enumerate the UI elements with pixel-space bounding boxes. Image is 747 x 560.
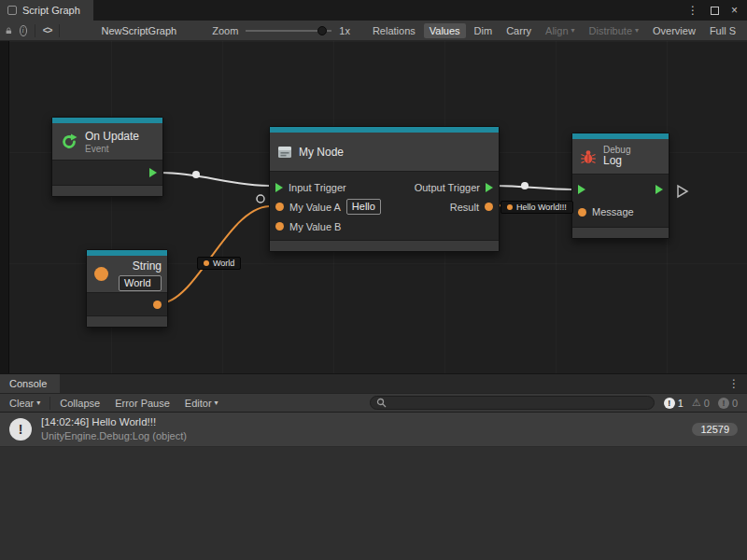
- carry-button[interactable]: Carry: [500, 23, 537, 38]
- window-tab-bar: Script Graph ⋮ ×: [0, 0, 747, 21]
- distribute-button[interactable]: Distribute ▾: [584, 23, 644, 38]
- port-label: Output Trigger: [415, 182, 480, 193]
- search-icon: [376, 398, 387, 408]
- my-value-a-port[interactable]: [275, 203, 284, 211]
- chevron-down-icon: ▾: [571, 26, 575, 35]
- node-subtitle: Event: [85, 144, 139, 154]
- clear-button[interactable]: Clear ▾: [4, 397, 46, 410]
- port-label: Input Trigger: [289, 182, 346, 193]
- collapse-count-badge: 12579: [692, 423, 738, 436]
- console-kebab-menu-icon[interactable]: ⋮: [721, 374, 747, 393]
- chevron-down-icon: ▾: [215, 399, 218, 407]
- tab-label: Script Graph: [22, 5, 80, 16]
- node-title: String: [133, 259, 162, 273]
- string-literal-icon: [94, 267, 108, 281]
- unconnected-port-circle[interactable]: [257, 195, 264, 203]
- play-indicator-icon: [678, 186, 687, 197]
- node-debug-log[interactable]: Debug Log Message: [571, 133, 669, 239]
- console-toolbar: Clear ▾ Collapse Error Pause Editor ▾ ! …: [0, 393, 747, 413]
- chevron-down-icon: ▾: [36, 399, 40, 407]
- graph-name-label: NewScriptGraph: [101, 25, 176, 36]
- zoom-slider[interactable]: [246, 25, 331, 36]
- editor-dropdown[interactable]: Editor ▾: [179, 397, 224, 410]
- maximize-icon[interactable]: [711, 7, 719, 15]
- string-value-field[interactable]: World: [119, 275, 162, 291]
- message-port[interactable]: [578, 208, 586, 217]
- error-icon: !: [718, 398, 729, 409]
- my-value-b-port[interactable]: [275, 222, 284, 231]
- value-dot-icon: [204, 260, 209, 266]
- edit-code-icon[interactable]: <>: [43, 25, 52, 35]
- node-box-icon: [277, 146, 292, 159]
- lock-icon[interactable]: [6, 25, 12, 36]
- zoom-label: Zoom: [212, 25, 238, 36]
- node-footer: [572, 227, 669, 238]
- toolbar-separator: [49, 397, 50, 410]
- node-footer: [270, 240, 499, 251]
- value-dot-icon: [507, 204, 513, 210]
- node-title: My Node: [299, 146, 344, 159]
- my-value-a-field[interactable]: Hello: [346, 199, 381, 215]
- bug-icon: [580, 148, 597, 165]
- log-message: [14:02:46] Hello World!!!: [41, 415, 187, 430]
- script-graph-icon: [7, 6, 17, 15]
- graph-canvas[interactable]: On Update Event: [0, 41, 747, 373]
- tab-console[interactable]: Console: [0, 374, 60, 393]
- node-string[interactable]: String World: [86, 249, 168, 328]
- error-count-toggle[interactable]: ! 0: [718, 398, 738, 409]
- wire-onupdate-to-input-trigger[interactable]: [162, 173, 269, 186]
- port-label: Result: [450, 202, 479, 213]
- error-pause-button[interactable]: Error Pause: [109, 397, 176, 410]
- result-port[interactable]: [485, 203, 493, 211]
- port-label: My Value B: [289, 221, 341, 232]
- debug-input-trigger-port[interactable]: [578, 185, 585, 194]
- port-label: Message: [592, 206, 634, 217]
- info-count-toggle[interactable]: ! 1: [664, 398, 684, 409]
- wire-string-to-my-value-a[interactable]: [160, 206, 269, 303]
- trigger-output-port[interactable]: [149, 168, 157, 177]
- input-trigger-port[interactable]: [275, 183, 283, 192]
- toolbar-separator: [35, 24, 35, 37]
- info-icon[interactable]: i: [20, 25, 27, 36]
- kebab-menu-icon[interactable]: ⋮: [687, 4, 698, 17]
- console-log-list[interactable]: ! [14:02:46] Hello World!!! UnityEngine.…: [0, 413, 747, 560]
- node-on-update[interactable]: On Update Event: [51, 117, 163, 197]
- console-panel: Console ⋮ Clear ▾ Collapse Error Pause E…: [0, 373, 747, 560]
- graph-toolbar-buttons: Relations Values Dim Carry Align ▾ Distr…: [367, 23, 741, 38]
- graph-toolbar: i <> NewScriptGraph Zoom 1x Relations Va…: [0, 21, 747, 41]
- values-button[interactable]: Values: [424, 23, 466, 38]
- node-footer: [87, 315, 167, 327]
- node-footer: [52, 185, 162, 196]
- string-output-port[interactable]: [153, 301, 162, 309]
- console-tab-bar: Console ⋮: [0, 374, 747, 393]
- console-search-input[interactable]: [370, 396, 655, 410]
- node-title: On Update: [85, 130, 139, 143]
- console-count-badges: ! 1 ⚠ 0 ! 0: [658, 398, 743, 409]
- collapse-button[interactable]: Collapse: [54, 397, 106, 410]
- wire-value-label-world: World: [197, 257, 241, 270]
- node-my-node[interactable]: My Node Input Trigger Output Trigger My …: [269, 126, 500, 252]
- zoom-value: 1x: [339, 25, 350, 36]
- log-stacktrace: UnityEngine.Debug:Log (object): [41, 429, 187, 443]
- node-title: Log: [603, 155, 630, 168]
- full-screen-button[interactable]: Full S: [704, 23, 741, 38]
- zoom-slider-knob[interactable]: [317, 26, 327, 35]
- output-trigger-port[interactable]: [486, 183, 493, 192]
- align-button[interactable]: Align ▾: [540, 23, 580, 38]
- unity-script-graph-window: Script Graph ⋮ × i <> NewScriptGraph Zoo…: [0, 0, 747, 560]
- toolbar-separator: [59, 24, 60, 37]
- tab-script-graph[interactable]: Script Graph: [0, 0, 93, 21]
- chevron-down-icon: ▾: [635, 26, 639, 35]
- port-label: My Value A: [289, 202, 341, 213]
- wire-output-trigger-to-debug[interactable]: [496, 186, 571, 189]
- info-message-icon: !: [664, 398, 675, 409]
- close-icon[interactable]: ×: [731, 4, 738, 17]
- log-info-icon: !: [9, 418, 32, 441]
- warning-count-toggle[interactable]: ⚠ 0: [692, 398, 710, 409]
- dim-button[interactable]: Dim: [469, 23, 499, 38]
- overview-button[interactable]: Overview: [647, 23, 701, 38]
- debug-output-trigger-port[interactable]: [655, 185, 663, 194]
- relations-button[interactable]: Relations: [367, 23, 421, 38]
- event-loop-icon: [60, 133, 78, 151]
- console-log-entry[interactable]: ! [14:02:46] Hello World!!! UnityEngine.…: [0, 413, 747, 447]
